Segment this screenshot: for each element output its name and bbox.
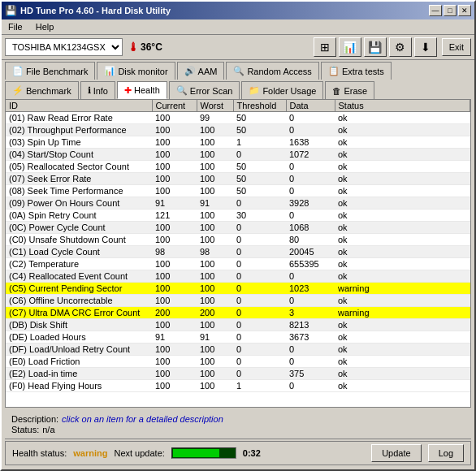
table-row[interactable]: (04) Start/Stop Count10010001072ok [6, 149, 470, 161]
cell-worst: 100 [197, 173, 233, 185]
tab-benchmark[interactable]: ⚡ Benchmark [5, 81, 79, 99]
cell-data: 1023 [286, 283, 335, 295]
toolbar-btn-1[interactable]: ⊞ [314, 37, 336, 57]
tab-folder-usage[interactable]: 📁 Folder Usage [241, 81, 323, 99]
table-row[interactable]: (E2) Load-in time1001000375ok [6, 368, 470, 380]
cell-threshold: 50 [233, 173, 286, 185]
cell-status: ok [335, 161, 470, 173]
table-row[interactable]: (0C) Power Cycle Count10010001068ok [6, 222, 470, 234]
table-row[interactable]: (07) Seek Error Rate100100500ok [6, 173, 470, 185]
cell-threshold: 0 [233, 295, 286, 307]
cell-data: 0 [286, 210, 335, 222]
cell-worst: 91 [197, 197, 233, 210]
cell-worst: 100 [197, 344, 233, 356]
table-row[interactable]: (C6) Offline Uncorrectable10010000ok [6, 295, 470, 307]
cell-current: 91 [152, 197, 197, 210]
cell-id: (02) Throughput Performance [6, 124, 152, 136]
tab-file-benchmark[interactable]: 📄 File Benchmark [5, 62, 95, 80]
close-button[interactable]: ✕ [458, 5, 471, 16]
table-row[interactable]: (C1) Load Cycle Count9898020045ok [6, 246, 470, 258]
tab-random-access[interactable]: 🔍 Random Access [226, 62, 318, 80]
cell-threshold: 50 [233, 185, 286, 197]
cell-threshold: 50 [233, 124, 286, 136]
table-row[interactable]: (C5) Current Pending Sector10010001023wa… [6, 283, 470, 295]
cell-id: (05) Reallocated Sector Count [6, 161, 152, 173]
tab-erase[interactable]: 🗑 Erase [325, 81, 374, 99]
col-status[interactable]: Status [335, 100, 470, 112]
menu-file[interactable]: File [5, 21, 26, 32]
cell-threshold: 0 [233, 197, 286, 210]
col-data[interactable]: Data [286, 100, 335, 112]
log-button[interactable]: Log [428, 444, 464, 462]
tab-health[interactable]: ✚ Health [117, 81, 167, 99]
cell-worst: 100 [197, 222, 233, 234]
table-row[interactable]: (08) Seek Time Performance100100500ok [6, 185, 470, 197]
table-row[interactable]: (0A) Spin Retry Count121100300ok [6, 210, 470, 222]
folder-usage-icon: 📁 [249, 85, 260, 96]
progress-track [171, 447, 236, 459]
exit-button[interactable]: Exit [442, 38, 471, 56]
extra-tests-label: Extra tests [342, 67, 384, 76]
tab-info[interactable]: ℹ Info [80, 81, 115, 99]
cell-threshold: 0 [233, 356, 286, 368]
toolbar-btn-4[interactable]: ⚙ [389, 37, 412, 57]
cell-current: 121 [152, 210, 197, 222]
col-id[interactable]: ID [6, 100, 152, 112]
drive-selector[interactable]: TOSHIBA MK1234GSX (120 gB) [5, 38, 123, 56]
table-row[interactable]: (C0) Unsafe Shutdown Count100100080ok [6, 234, 470, 246]
toolbar-btn-2[interactable]: 📊 [339, 37, 361, 57]
tab-error-scan[interactable]: 🔍 Error Scan [169, 81, 240, 99]
tab-aam[interactable]: 🔊 AAM [177, 62, 225, 80]
col-worst[interactable]: Worst [197, 100, 233, 112]
table-row[interactable]: (DB) Disk Shift10010008213ok [6, 319, 470, 331]
table-row[interactable]: (E0) Load Friction10010000ok [6, 356, 470, 368]
error-scan-label: Error Scan [190, 86, 233, 96]
cell-current: 91 [152, 331, 197, 344]
cell-worst: 100 [197, 136, 233, 149]
info-icon: ℹ [88, 85, 91, 96]
maximize-button[interactable]: □ [444, 5, 457, 16]
cell-id: (DF) Load/Unload Retry Count [6, 344, 152, 356]
cell-worst: 100 [197, 185, 233, 197]
table-row[interactable]: (C4) Reallocated Event Count10010000ok [6, 270, 470, 283]
temperature-display: 🌡 36°C [128, 41, 162, 54]
toolbar-btn-5[interactable]: ⬇ [414, 37, 437, 57]
description-value: click on an item for a detailed descript… [62, 414, 223, 424]
table-row[interactable]: (02) Throughput Performance100100500ok [6, 124, 470, 136]
aam-icon: 🔊 [184, 66, 196, 76]
table-row[interactable]: (05) Reallocated Sector Count100100500ok [6, 161, 470, 173]
table-row[interactable]: (09) Power On Hours Count919103928ok [6, 197, 470, 210]
minimize-button[interactable]: — [429, 5, 442, 16]
table-row[interactable]: (C2) Temperature1001000655395ok [6, 258, 470, 270]
cell-data: 20045 [286, 246, 335, 258]
table-row[interactable]: (03) Spin Up Time10010011638ok [6, 136, 470, 149]
table-row[interactable]: (DF) Load/Unload Retry Count10010000ok [6, 344, 470, 356]
tab-disk-monitor[interactable]: 📊 Disk monitor [97, 62, 175, 80]
cell-threshold: 0 [233, 258, 286, 270]
cell-threshold: 1 [233, 380, 286, 392]
tab-extra-tests[interactable]: 📋 Extra tests [321, 62, 392, 80]
update-button[interactable]: Update [371, 444, 421, 462]
table-row[interactable]: (01) Raw Read Error Rate10099500ok [6, 112, 470, 124]
cell-worst: 99 [197, 112, 233, 124]
cell-threshold: 1 [233, 136, 286, 149]
cell-data: 655395 [286, 258, 335, 270]
status-bar: Health status: warning Next update: 0:32… [5, 441, 471, 465]
cell-current: 100 [152, 185, 197, 197]
cell-worst: 98 [197, 246, 233, 258]
cell-current: 100 [152, 136, 197, 149]
table-row[interactable]: (C7) Ultra DMA CRC Error Count20020003wa… [6, 307, 470, 319]
table-row[interactable]: (DE) Loaded Hours919103673ok [6, 331, 470, 344]
menu-help[interactable]: Help [32, 21, 58, 32]
cell-current: 100 [152, 258, 197, 270]
cell-worst: 100 [197, 380, 233, 392]
table-row[interactable]: (F0) Head Flying Hours10010010ok [6, 380, 470, 392]
cell-current: 100 [152, 368, 197, 380]
col-current[interactable]: Current [152, 100, 197, 112]
toolbar-btn-3[interactable]: 💾 [364, 37, 387, 57]
cell-id: (C4) Reallocated Event Count [6, 270, 152, 283]
cell-worst: 200 [197, 307, 233, 319]
table-scroll-area[interactable]: ID Current Worst Threshold Data Status (… [6, 100, 470, 407]
cell-status: warning [335, 307, 470, 319]
col-threshold[interactable]: Threshold [233, 100, 286, 112]
